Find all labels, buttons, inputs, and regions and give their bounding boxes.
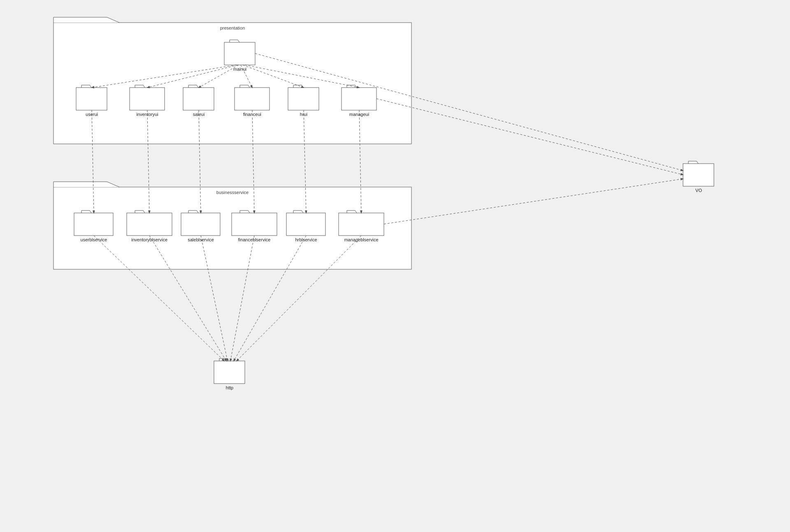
svg-rect-5 [288,88,319,110]
http-label: http [226,385,233,390]
mainui-label: mainui [233,67,246,72]
businessservice-package-tab [53,182,119,187]
svg-rect-12 [339,213,384,236]
svg-rect-7 [74,213,113,236]
svg-rect-13 [214,361,245,384]
svg-rect-10 [232,213,277,236]
svg-rect-6 [342,88,376,110]
inventoryblservice-label: inventoryblservice [131,237,167,242]
svg-rect-4 [235,88,270,110]
svg-rect-8 [127,213,172,236]
manageblservice-label: manageblservice [344,237,378,242]
arrow-manageui-vo [376,99,683,175]
saleblservice-label: saleblservice [188,237,214,242]
architecture-diagram: presentation businessservice mainui user… [0,0,790,532]
diagram-canvas: presentation businessservice mainui user… [0,0,790,532]
hrblservice-label: hrblservice [295,237,317,242]
vo-label: VO [695,188,702,193]
presentation-package-tab [53,17,119,23]
svg-rect-3 [183,88,214,110]
svg-rect-0 [224,42,255,65]
arrow-manageblservice-vo [384,179,683,224]
financeblservice-label: financeblservice [238,237,271,242]
presentation-label: presentation [220,25,245,30]
svg-rect-14 [683,164,714,186]
svg-rect-2 [130,88,165,110]
businessservice-label: businessservice [216,190,249,195]
svg-rect-9 [181,213,220,236]
userblservice-label: userblservice [81,237,107,242]
svg-rect-1 [76,88,107,110]
svg-rect-11 [286,213,325,236]
